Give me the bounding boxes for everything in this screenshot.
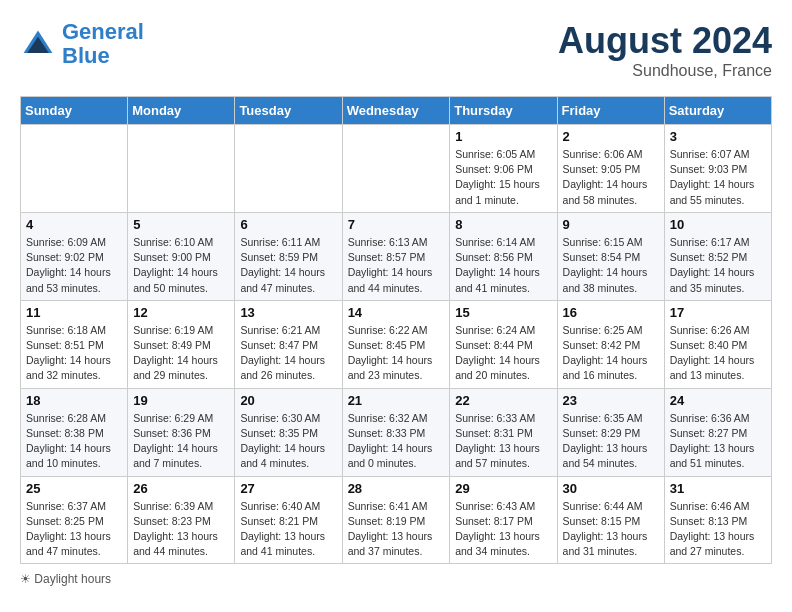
day-info: Sunrise: 6:40 AMSunset: 8:21 PMDaylight:… xyxy=(240,499,336,560)
day-cell: 28Sunrise: 6:41 AMSunset: 8:19 PMDayligh… xyxy=(342,476,450,564)
day-cell xyxy=(21,125,128,213)
day-cell: 6Sunrise: 6:11 AMSunset: 8:59 PMDaylight… xyxy=(235,212,342,300)
day-cell xyxy=(235,125,342,213)
day-number: 24 xyxy=(670,393,766,408)
day-info: Sunrise: 6:05 AMSunset: 9:06 PMDaylight:… xyxy=(455,147,551,208)
day-number: 8 xyxy=(455,217,551,232)
column-header-sunday: Sunday xyxy=(21,97,128,125)
day-cell: 30Sunrise: 6:44 AMSunset: 8:15 PMDayligh… xyxy=(557,476,664,564)
day-cell: 10Sunrise: 6:17 AMSunset: 8:52 PMDayligh… xyxy=(664,212,771,300)
day-cell: 27Sunrise: 6:40 AMSunset: 8:21 PMDayligh… xyxy=(235,476,342,564)
week-row-3: 11Sunrise: 6:18 AMSunset: 8:51 PMDayligh… xyxy=(21,300,772,388)
day-info: Sunrise: 6:14 AMSunset: 8:56 PMDaylight:… xyxy=(455,235,551,296)
day-cell: 14Sunrise: 6:22 AMSunset: 8:45 PMDayligh… xyxy=(342,300,450,388)
month-title: August 2024 xyxy=(558,20,772,62)
day-info: Sunrise: 6:10 AMSunset: 9:00 PMDaylight:… xyxy=(133,235,229,296)
day-number: 15 xyxy=(455,305,551,320)
day-cell: 12Sunrise: 6:19 AMSunset: 8:49 PMDayligh… xyxy=(128,300,235,388)
day-cell xyxy=(342,125,450,213)
day-number: 6 xyxy=(240,217,336,232)
logo: General Blue xyxy=(20,20,144,68)
day-number: 29 xyxy=(455,481,551,496)
day-number: 5 xyxy=(133,217,229,232)
day-cell: 3Sunrise: 6:07 AMSunset: 9:03 PMDaylight… xyxy=(664,125,771,213)
day-number: 16 xyxy=(563,305,659,320)
day-info: Sunrise: 6:36 AMSunset: 8:27 PMDaylight:… xyxy=(670,411,766,472)
day-cell: 22Sunrise: 6:33 AMSunset: 8:31 PMDayligh… xyxy=(450,388,557,476)
column-header-monday: Monday xyxy=(128,97,235,125)
day-info: Sunrise: 6:18 AMSunset: 8:51 PMDaylight:… xyxy=(26,323,122,384)
day-number: 25 xyxy=(26,481,122,496)
day-number: 17 xyxy=(670,305,766,320)
day-number: 14 xyxy=(348,305,445,320)
day-number: 21 xyxy=(348,393,445,408)
day-cell: 19Sunrise: 6:29 AMSunset: 8:36 PMDayligh… xyxy=(128,388,235,476)
day-info: Sunrise: 6:44 AMSunset: 8:15 PMDaylight:… xyxy=(563,499,659,560)
day-cell: 15Sunrise: 6:24 AMSunset: 8:44 PMDayligh… xyxy=(450,300,557,388)
day-number: 23 xyxy=(563,393,659,408)
calendar-body: 1Sunrise: 6:05 AMSunset: 9:06 PMDaylight… xyxy=(21,125,772,564)
day-cell: 24Sunrise: 6:36 AMSunset: 8:27 PMDayligh… xyxy=(664,388,771,476)
day-number: 27 xyxy=(240,481,336,496)
day-cell: 18Sunrise: 6:28 AMSunset: 8:38 PMDayligh… xyxy=(21,388,128,476)
day-number: 2 xyxy=(563,129,659,144)
week-row-1: 1Sunrise: 6:05 AMSunset: 9:06 PMDaylight… xyxy=(21,125,772,213)
day-cell: 17Sunrise: 6:26 AMSunset: 8:40 PMDayligh… xyxy=(664,300,771,388)
day-number: 1 xyxy=(455,129,551,144)
day-number: 26 xyxy=(133,481,229,496)
day-number: 19 xyxy=(133,393,229,408)
column-header-thursday: Thursday xyxy=(450,97,557,125)
day-number: 31 xyxy=(670,481,766,496)
title-block: August 2024 Sundhouse, France xyxy=(558,20,772,80)
day-number: 4 xyxy=(26,217,122,232)
day-info: Sunrise: 6:24 AMSunset: 8:44 PMDaylight:… xyxy=(455,323,551,384)
week-row-5: 25Sunrise: 6:37 AMSunset: 8:25 PMDayligh… xyxy=(21,476,772,564)
calendar-table: SundayMondayTuesdayWednesdayThursdayFrid… xyxy=(20,96,772,564)
day-number: 9 xyxy=(563,217,659,232)
day-number: 10 xyxy=(670,217,766,232)
day-cell: 2Sunrise: 6:06 AMSunset: 9:05 PMDaylight… xyxy=(557,125,664,213)
day-number: 20 xyxy=(240,393,336,408)
day-number: 30 xyxy=(563,481,659,496)
day-info: Sunrise: 6:41 AMSunset: 8:19 PMDaylight:… xyxy=(348,499,445,560)
day-info: Sunrise: 6:39 AMSunset: 8:23 PMDaylight:… xyxy=(133,499,229,560)
day-cell: 26Sunrise: 6:39 AMSunset: 8:23 PMDayligh… xyxy=(128,476,235,564)
day-info: Sunrise: 6:37 AMSunset: 8:25 PMDaylight:… xyxy=(26,499,122,560)
day-cell: 9Sunrise: 6:15 AMSunset: 8:54 PMDaylight… xyxy=(557,212,664,300)
day-cell: 25Sunrise: 6:37 AMSunset: 8:25 PMDayligh… xyxy=(21,476,128,564)
day-number: 3 xyxy=(670,129,766,144)
day-cell: 5Sunrise: 6:10 AMSunset: 9:00 PMDaylight… xyxy=(128,212,235,300)
day-cell: 29Sunrise: 6:43 AMSunset: 8:17 PMDayligh… xyxy=(450,476,557,564)
day-info: Sunrise: 6:43 AMSunset: 8:17 PMDaylight:… xyxy=(455,499,551,560)
logo-icon xyxy=(20,26,56,62)
week-row-2: 4Sunrise: 6:09 AMSunset: 9:02 PMDaylight… xyxy=(21,212,772,300)
logo-text: General Blue xyxy=(62,20,144,68)
day-cell: 11Sunrise: 6:18 AMSunset: 8:51 PMDayligh… xyxy=(21,300,128,388)
day-number: 11 xyxy=(26,305,122,320)
day-info: Sunrise: 6:25 AMSunset: 8:42 PMDaylight:… xyxy=(563,323,659,384)
header-row: SundayMondayTuesdayWednesdayThursdayFrid… xyxy=(21,97,772,125)
day-number: 18 xyxy=(26,393,122,408)
day-info: Sunrise: 6:22 AMSunset: 8:45 PMDaylight:… xyxy=(348,323,445,384)
day-info: Sunrise: 6:06 AMSunset: 9:05 PMDaylight:… xyxy=(563,147,659,208)
day-info: Sunrise: 6:21 AMSunset: 8:47 PMDaylight:… xyxy=(240,323,336,384)
day-cell xyxy=(128,125,235,213)
day-info: Sunrise: 6:07 AMSunset: 9:03 PMDaylight:… xyxy=(670,147,766,208)
day-cell: 16Sunrise: 6:25 AMSunset: 8:42 PMDayligh… xyxy=(557,300,664,388)
week-row-4: 18Sunrise: 6:28 AMSunset: 8:38 PMDayligh… xyxy=(21,388,772,476)
day-number: 13 xyxy=(240,305,336,320)
column-header-friday: Friday xyxy=(557,97,664,125)
day-cell: 7Sunrise: 6:13 AMSunset: 8:57 PMDaylight… xyxy=(342,212,450,300)
day-info: Sunrise: 6:17 AMSunset: 8:52 PMDaylight:… xyxy=(670,235,766,296)
day-cell: 4Sunrise: 6:09 AMSunset: 9:02 PMDaylight… xyxy=(21,212,128,300)
day-info: Sunrise: 6:33 AMSunset: 8:31 PMDaylight:… xyxy=(455,411,551,472)
day-cell: 20Sunrise: 6:30 AMSunset: 8:35 PMDayligh… xyxy=(235,388,342,476)
day-cell: 1Sunrise: 6:05 AMSunset: 9:06 PMDaylight… xyxy=(450,125,557,213)
day-info: Sunrise: 6:09 AMSunset: 9:02 PMDaylight:… xyxy=(26,235,122,296)
day-info: Sunrise: 6:13 AMSunset: 8:57 PMDaylight:… xyxy=(348,235,445,296)
day-number: 7 xyxy=(348,217,445,232)
day-cell: 31Sunrise: 6:46 AMSunset: 8:13 PMDayligh… xyxy=(664,476,771,564)
column-header-tuesday: Tuesday xyxy=(235,97,342,125)
column-header-saturday: Saturday xyxy=(664,97,771,125)
day-cell: 8Sunrise: 6:14 AMSunset: 8:56 PMDaylight… xyxy=(450,212,557,300)
